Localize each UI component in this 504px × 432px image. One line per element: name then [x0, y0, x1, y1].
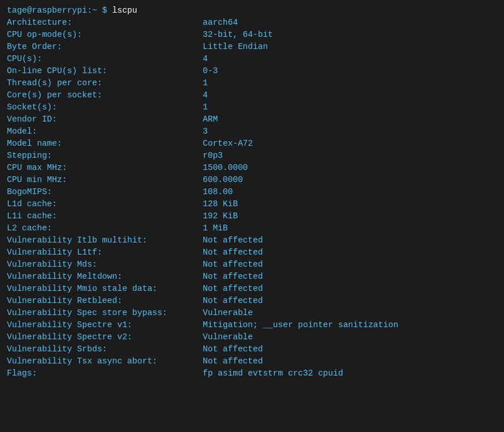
- row-value: Little Endian: [203, 41, 268, 53]
- row-key: Socket(s):: [7, 101, 203, 113]
- row-key: CPU(s):: [7, 53, 203, 65]
- output-row: L1i cache: 192 KiB: [7, 210, 497, 222]
- row-value: Not affected: [203, 247, 263, 259]
- row-key: CPU op-mode(s):: [7, 29, 203, 41]
- row-key: Vulnerability Meltdown:: [7, 271, 203, 283]
- output-row: Vulnerability Spectre v2: Vulnerable: [7, 331, 497, 343]
- row-value: Cortex-A72: [203, 138, 253, 150]
- output-row: CPU op-mode(s): 32-bit, 64-bit: [7, 29, 497, 41]
- row-value: 1500.0000: [203, 162, 248, 174]
- output-rows: Architecture: aarch64CPU op-mode(s): 32-…: [7, 17, 497, 380]
- row-value: 1: [203, 77, 208, 89]
- row-value: 1 MiB: [203, 222, 228, 234]
- row-value: Not affected: [203, 343, 263, 355]
- row-value: 3: [203, 126, 208, 138]
- row-value: 32-bit, 64-bit: [203, 29, 273, 41]
- row-key: Vulnerability Retbleed:: [7, 295, 203, 307]
- output-row: Vulnerability L1tf: Not affected: [7, 247, 497, 259]
- row-key: CPU max MHz:: [7, 162, 203, 174]
- row-value: Not affected: [203, 271, 263, 283]
- row-key: Model name:: [7, 138, 203, 150]
- row-key: Core(s) per socket:: [7, 89, 203, 101]
- output-row: Vulnerability Spec store bypass: Vulnera…: [7, 307, 497, 319]
- output-row: On-line CPU(s) list: 0-3: [7, 65, 497, 77]
- row-value: Vulnerable: [203, 331, 253, 343]
- row-key: Vulnerability Spectre v2:: [7, 331, 203, 343]
- row-key: Vulnerability L1tf:: [7, 247, 203, 259]
- output-row: Vendor ID: ARM: [7, 113, 497, 126]
- row-value: Not affected: [203, 259, 263, 271]
- output-row: Flags: fp asimd evtstrm crc32 cpuid: [7, 367, 497, 380]
- output-row: Thread(s) per core: 1: [7, 77, 497, 89]
- command: lscpu: [112, 5, 138, 17]
- row-key: Stepping:: [7, 150, 203, 162]
- row-value: 108.00: [203, 186, 233, 198]
- row-value: Vulnerable: [203, 307, 253, 319]
- row-key: Thread(s) per core:: [7, 77, 203, 89]
- output-row: Vulnerability Mmio stale data: Not affec…: [7, 283, 497, 295]
- row-value: 128 KiB: [203, 198, 238, 210]
- row-key: L1i cache:: [7, 210, 203, 222]
- output-row: Architecture: aarch64: [7, 17, 497, 29]
- output-row: L1d cache: 128 KiB: [7, 198, 497, 210]
- command-line: tage@raspberrypi:~ $ lscpu: [7, 5, 497, 17]
- output-row: Model: 3: [7, 126, 497, 138]
- row-key: Vulnerability Tsx async abort:: [7, 355, 203, 367]
- output-row: Byte Order: Little Endian: [7, 41, 497, 53]
- row-value: 0-3: [203, 65, 218, 77]
- row-value: ARM: [203, 113, 218, 126]
- row-key: L1d cache:: [7, 198, 203, 210]
- output-row: Vulnerability Meltdown: Not affected: [7, 271, 497, 283]
- row-key: BogoMIPS:: [7, 186, 203, 198]
- row-key: Model:: [7, 126, 203, 138]
- output-row: Core(s) per socket: 4: [7, 89, 497, 101]
- row-key: Vendor ID:: [7, 113, 203, 126]
- row-value: r0p3: [203, 150, 223, 162]
- row-key: CPU min MHz:: [7, 174, 203, 186]
- row-key: Flags:: [7, 367, 203, 380]
- row-key: Vulnerability Mds:: [7, 259, 203, 271]
- row-key: On-line CPU(s) list:: [7, 65, 203, 77]
- prompt: tage@raspberrypi:~ $: [7, 5, 112, 17]
- row-value: Not affected: [203, 295, 263, 307]
- output-row: Vulnerability Srbds: Not affected: [7, 343, 497, 355]
- row-value: 192 KiB: [203, 210, 238, 222]
- output-row: CPU min MHz: 600.0000: [7, 174, 497, 186]
- row-key: Byte Order:: [7, 41, 203, 53]
- output-row: Vulnerability Spectre v1: Mitigation; __…: [7, 319, 497, 331]
- output-row: L2 cache: 1 MiB: [7, 222, 497, 234]
- output-row: Socket(s): 1: [7, 101, 497, 113]
- row-value: 600.0000: [203, 174, 243, 186]
- output-row: BogoMIPS: 108.00: [7, 186, 497, 198]
- row-value: Not affected: [203, 234, 263, 247]
- output-row: Vulnerability Itlb multihit: Not affecte…: [7, 234, 497, 247]
- row-key: L2 cache:: [7, 222, 203, 234]
- output-row: CPU max MHz: 1500.0000: [7, 162, 497, 174]
- row-value: Mitigation; __user pointer sanitization: [203, 319, 398, 331]
- row-value: Not affected: [203, 355, 263, 367]
- output-row: Stepping: r0p3: [7, 150, 497, 162]
- row-key: Vulnerability Mmio stale data:: [7, 283, 203, 295]
- row-key: Vulnerability Srbds:: [7, 343, 203, 355]
- output-row: CPU(s): 4: [7, 53, 497, 65]
- row-value: 4: [203, 53, 208, 65]
- row-key: Vulnerability Spectre v1:: [7, 319, 203, 331]
- output-row: Model name: Cortex-A72: [7, 138, 497, 150]
- row-value: aarch64: [203, 17, 238, 29]
- row-value: Not affected: [203, 283, 263, 295]
- row-key: Architecture:: [7, 17, 203, 29]
- row-value: 1: [203, 101, 208, 113]
- row-key: Vulnerability Itlb multihit:: [7, 234, 203, 247]
- row-key: Vulnerability Spec store bypass:: [7, 307, 203, 319]
- row-value: 4: [203, 89, 208, 101]
- row-value: fp asimd evtstrm crc32 cpuid: [203, 367, 343, 380]
- terminal-window: tage@raspberrypi:~ $ lscpu Architecture:…: [0, 0, 504, 432]
- output-row: Vulnerability Tsx async abort: Not affec…: [7, 355, 497, 367]
- output-row: Vulnerability Retbleed: Not affected: [7, 295, 497, 307]
- output-row: Vulnerability Mds: Not affected: [7, 259, 497, 271]
